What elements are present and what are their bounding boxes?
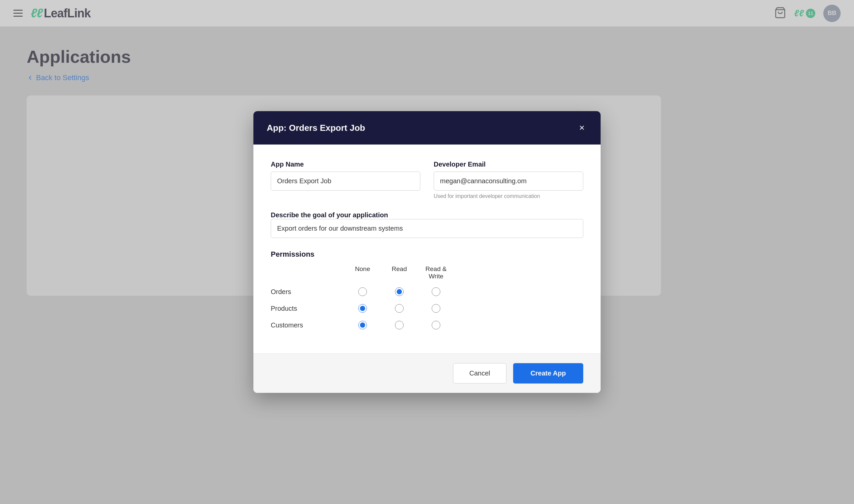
perm-customers-none-cell: [344, 321, 381, 329]
modal-footer: Cancel Create App: [253, 354, 601, 393]
perm-orders-radios: [344, 287, 455, 296]
perm-customers-read-radio[interactable]: [395, 321, 404, 329]
col-header-read-write: Read & Write: [417, 265, 455, 280]
modal-overlay: App: Orders Export Job × App Name Develo…: [0, 0, 854, 504]
description-group: Describe the goal of your application: [271, 211, 583, 238]
create-app-modal: App: Orders Export Job × App Name Develo…: [253, 111, 601, 393]
create-app-button[interactable]: Create App: [513, 363, 583, 383]
modal-close-button[interactable]: ×: [576, 122, 587, 134]
permissions-col-headers: None Read Read & Write: [344, 265, 455, 280]
modal-title: App: Orders Export Job: [267, 123, 365, 133]
developer-email-label: Developer Email: [434, 161, 583, 168]
app-name-label: App Name: [271, 161, 420, 168]
perm-orders-readwrite-radio[interactable]: [432, 287, 440, 296]
perm-customers-label: Customers: [271, 321, 344, 329]
permissions-header: None Read Read & Write: [271, 265, 583, 283]
perm-products-read-radio[interactable]: [395, 304, 404, 313]
perm-products-none-cell: [344, 304, 381, 313]
perm-customers-readwrite-cell: [417, 321, 455, 329]
permissions-row-orders: Orders: [271, 283, 583, 300]
permissions-section: Permissions None Read Read & Write Order…: [271, 250, 583, 334]
perm-products-readwrite-cell: [417, 304, 455, 313]
perm-orders-label: Orders: [271, 288, 344, 296]
perm-products-label: Products: [271, 305, 344, 312]
form-row-name-email: App Name Developer Email Used for import…: [271, 161, 583, 199]
perm-customers-readwrite-radio[interactable]: [432, 321, 440, 329]
col-header-read: Read: [381, 265, 417, 280]
app-name-input[interactable]: [271, 172, 420, 191]
perm-orders-none-radio[interactable]: [358, 287, 367, 296]
developer-email-group: Developer Email Used for important devel…: [434, 161, 583, 199]
permissions-row-customers: Customers: [271, 317, 583, 334]
perm-orders-none-cell: [344, 287, 381, 296]
description-label: Describe the goal of your application: [271, 211, 388, 219]
perm-products-readwrite-radio[interactable]: [432, 304, 440, 313]
col-header-none: None: [344, 265, 381, 280]
developer-email-hint: Used for important developer communicati…: [434, 193, 583, 199]
perm-customers-none-radio[interactable]: [358, 321, 367, 329]
cancel-button[interactable]: Cancel: [453, 363, 506, 383]
perm-customers-read-cell: [381, 321, 417, 329]
perm-orders-read-radio[interactable]: [395, 287, 404, 296]
perm-products-none-radio[interactable]: [358, 304, 367, 313]
modal-body: App Name Developer Email Used for import…: [253, 145, 601, 354]
description-input[interactable]: [271, 219, 583, 238]
perm-orders-readwrite-cell: [417, 287, 455, 296]
permissions-title: Permissions: [271, 250, 583, 259]
perm-orders-read-cell: [381, 287, 417, 296]
perm-customers-radios: [344, 321, 455, 329]
developer-email-input[interactable]: [434, 172, 583, 191]
perm-products-read-cell: [381, 304, 417, 313]
permissions-row-products: Products: [271, 300, 583, 317]
perm-products-radios: [344, 304, 455, 313]
app-name-group: App Name: [271, 161, 420, 199]
modal-header: App: Orders Export Job ×: [253, 111, 601, 145]
